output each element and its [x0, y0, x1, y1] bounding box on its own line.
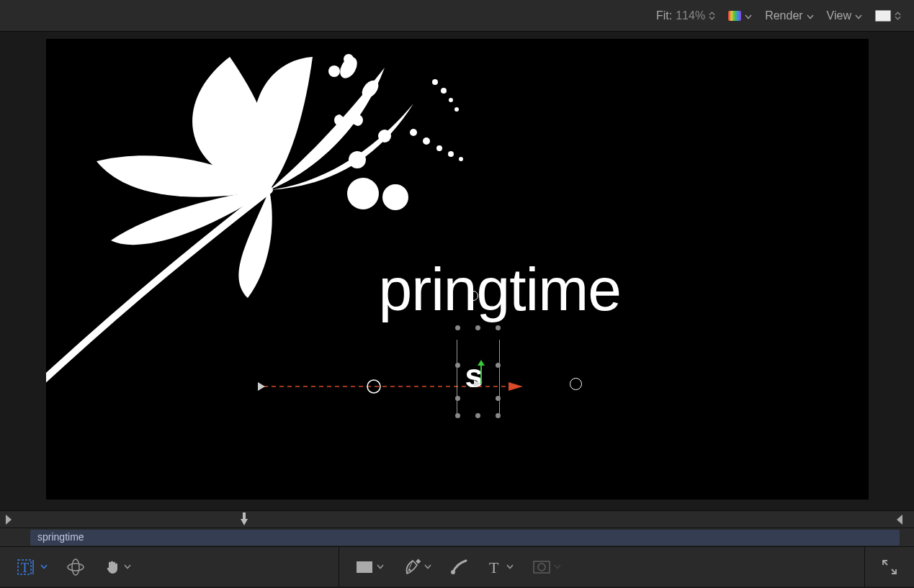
svg-rect-33: [357, 561, 372, 573]
expand-viewer-button[interactable]: [881, 558, 898, 576]
svg-point-5: [378, 130, 391, 143]
svg-point-32: [72, 559, 79, 575]
svg-rect-25: [243, 512, 246, 519]
chevron-down-icon: [40, 564, 48, 569]
color-channels-menu[interactable]: [728, 9, 752, 22]
svg-point-12: [459, 157, 463, 161]
chevron-down-icon: [424, 564, 431, 569]
svg-marker-24: [6, 515, 12, 525]
fit-value: 114%: [676, 9, 705, 22]
view-label: View: [827, 9, 851, 22]
render-label: Render: [765, 9, 802, 22]
fit-zoom-control[interactable]: Fit: 114%: [656, 9, 715, 22]
mini-timeline[interactable]: [0, 510, 914, 528]
stepper-icon: [709, 12, 715, 20]
stepper-icon: [895, 12, 901, 20]
svg-point-10: [436, 145, 442, 151]
chevron-down-icon: [506, 564, 514, 569]
clip-strip: springtime: [0, 528, 914, 546]
svg-point-13: [432, 79, 438, 85]
svg-point-4: [349, 151, 366, 168]
pen-tool[interactable]: [403, 558, 431, 576]
canvas-text-remainder[interactable]: pringtime: [379, 255, 621, 325]
in-point-marker[interactable]: [4, 513, 13, 526]
bottom-toolbar: T: [0, 546, 914, 587]
text-tool[interactable]: T: [488, 558, 514, 576]
svg-marker-18: [258, 382, 265, 391]
render-menu[interactable]: Render: [765, 9, 813, 22]
channel-box-icon: [875, 10, 891, 22]
svg-point-14: [441, 88, 447, 94]
svg-point-2: [347, 178, 379, 209]
canvas-area: pringtime s: [0, 32, 914, 510]
chevron-down-icon: [807, 9, 814, 22]
svg-marker-22: [478, 360, 485, 366]
orbit-3d-tool[interactable]: [66, 558, 85, 576]
canvas[interactable]: pringtime s: [46, 39, 869, 499]
svg-rect-35: [416, 558, 421, 564]
svg-marker-26: [241, 519, 248, 525]
svg-point-15: [449, 98, 453, 102]
svg-point-6: [328, 65, 340, 77]
svg-point-36: [451, 570, 455, 574]
chevron-down-icon: [554, 564, 561, 569]
svg-marker-20: [508, 382, 523, 391]
glyph-transform-box[interactable]: s: [452, 325, 504, 420]
behavior-marker[interactable]: [570, 378, 582, 390]
chevron-down-icon: [855, 9, 862, 22]
timeline-clip[interactable]: springtime: [30, 530, 900, 546]
pan-tool[interactable]: [104, 558, 131, 576]
svg-point-7: [344, 54, 354, 64]
paint-stroke-tool[interactable]: [450, 558, 469, 576]
svg-text:T: T: [21, 561, 29, 575]
svg-marker-27: [897, 515, 902, 525]
rectangle-mask-tool[interactable]: [355, 560, 384, 574]
svg-point-8: [410, 129, 417, 136]
svg-point-9: [423, 137, 430, 145]
chevron-down-icon: [377, 564, 384, 569]
channel-display-menu[interactable]: [875, 10, 901, 22]
transform-glyph-tool[interactable]: T: [16, 558, 48, 576]
fit-label: Fit:: [656, 9, 672, 22]
svg-point-16: [454, 107, 459, 112]
clip-label: springtime: [37, 531, 84, 543]
anchor-icon: [472, 379, 483, 389]
playhead-marker[interactable]: [239, 512, 249, 527]
svg-marker-23: [474, 380, 481, 387]
view-menu[interactable]: View: [827, 9, 862, 22]
flower-graphic: [46, 39, 493, 384]
svg-point-3: [382, 184, 408, 210]
behavior-marker[interactable]: [468, 291, 478, 301]
out-point-marker[interactable]: [895, 513, 904, 526]
rainbow-icon: [728, 11, 741, 21]
svg-point-31: [68, 564, 84, 571]
svg-point-11: [448, 151, 454, 157]
chevron-down-icon: [124, 564, 131, 569]
svg-point-39: [538, 564, 545, 571]
svg-text:T: T: [489, 558, 499, 576]
shape-mask-tool[interactable]: [532, 560, 561, 574]
chevron-down-icon: [745, 9, 752, 22]
